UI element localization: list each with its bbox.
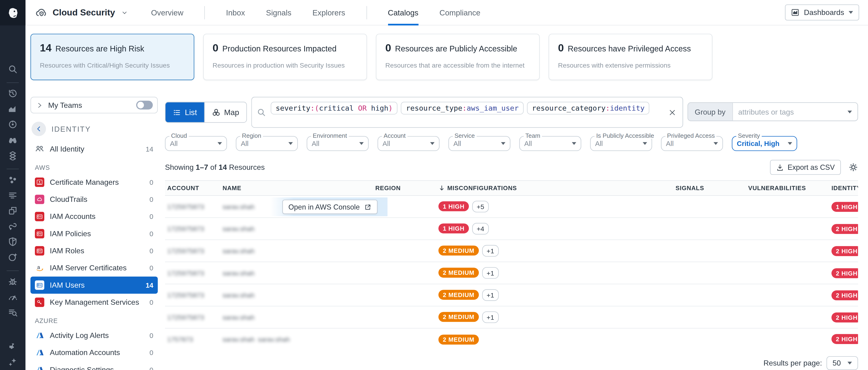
tab-explorers[interactable]: Explorers bbox=[312, 0, 345, 25]
filter-cloud[interactable]: CloudAll bbox=[165, 136, 227, 151]
filter-team[interactable]: TeamAll bbox=[519, 136, 581, 151]
filter-service[interactable]: ServiceAll bbox=[448, 136, 510, 151]
more-misconfigurations-chip: +1 bbox=[482, 245, 499, 257]
summary-card-0[interactable]: 14Resources are High RiskResources with … bbox=[30, 34, 194, 80]
query-chip-0[interactable]: severity:(critical OR high) bbox=[271, 102, 398, 114]
filter-is-publicly-accessible[interactable]: Is Publicly AccessibleAll bbox=[590, 136, 652, 151]
search-icon[interactable] bbox=[8, 64, 18, 74]
product-switcher[interactable]: Cloud Security bbox=[35, 6, 128, 19]
table-row-4[interactable]: 1725975873sarav.shah2 MEDIUM+12 HIGH bbox=[165, 284, 858, 307]
sidebar-item-iam-accounts[interactable]: IAM Accounts0 bbox=[30, 208, 158, 225]
open-in-aws-console-button[interactable]: Open in AWS Console bbox=[282, 200, 377, 214]
export-csv-button[interactable]: Export as CSV bbox=[770, 160, 841, 175]
sidebar-item-cloudtrails[interactable]: CloudTrails0 bbox=[30, 191, 158, 208]
software-catalog-icon[interactable] bbox=[8, 150, 18, 161]
filter-label: Region bbox=[240, 132, 263, 139]
filter-value: All bbox=[595, 140, 643, 147]
siem-icon[interactable] bbox=[8, 252, 18, 262]
tab-signals[interactable]: Signals bbox=[266, 0, 291, 25]
results-per-page-select[interactable]: 50 bbox=[827, 356, 858, 370]
category-header: IDENTITY bbox=[30, 122, 158, 136]
sidebar-item-label: IAM Users bbox=[50, 281, 85, 289]
query-chip-2[interactable]: resource_category:identity bbox=[527, 102, 650, 114]
results-meta-row: Showing 1–7 of 14 Resources Export as CS… bbox=[165, 160, 858, 175]
my-teams-switch[interactable] bbox=[136, 101, 153, 109]
app-builder-icon[interactable] bbox=[8, 206, 18, 216]
tab-catalogs[interactable]: Catalogs bbox=[388, 0, 418, 25]
cell-identity-risks: 2 HIGH+1 bbox=[832, 333, 858, 345]
misconfiguration-badge: 2 MEDIUM bbox=[438, 334, 479, 344]
summary-card-2[interactable]: 0Resources are Publicly AccessibleResour… bbox=[376, 34, 540, 80]
table-row-6[interactable]: 1757873sarav.shahsarav.shah2 MEDIUM2 HIG… bbox=[165, 329, 858, 350]
error-tracking-bug-icon[interactable] bbox=[8, 276, 18, 287]
bits-ai-sparkles-icon[interactable] bbox=[8, 357, 18, 367]
sidebar-item-count: 0 bbox=[150, 196, 153, 203]
table-settings-gear-icon[interactable] bbox=[848, 163, 858, 172]
map-view-button[interactable]: Map bbox=[204, 102, 246, 122]
column-header-region[interactable]: REGION bbox=[375, 185, 438, 191]
redacted-account-id: 1725975873 bbox=[167, 203, 204, 210]
filter-region[interactable]: RegionAll bbox=[236, 136, 298, 151]
sidebar-item-count: 0 bbox=[150, 264, 153, 272]
watchdog-icon[interactable] bbox=[8, 135, 18, 145]
query-chip-1[interactable]: resource_type:aws_iam_user bbox=[401, 102, 524, 114]
tab-overview[interactable]: Overview bbox=[151, 0, 183, 25]
tab-compliance[interactable]: Compliance bbox=[439, 0, 480, 25]
clear-query-icon[interactable] bbox=[669, 108, 676, 119]
group-by-control[interactable]: Group by attributes or tags bbox=[687, 102, 858, 121]
monitors-icon[interactable] bbox=[8, 120, 18, 130]
sidebar-item-key-management-services[interactable]: Key Management Services0 bbox=[30, 294, 158, 311]
filter-account[interactable]: AccountAll bbox=[378, 136, 440, 151]
filter-severity[interactable]: SeverityCritical, High bbox=[732, 136, 797, 151]
more-misconfigurations-chip: +4 bbox=[472, 223, 489, 235]
summary-card-3[interactable]: 0Resources have Privileged AccessResourc… bbox=[549, 34, 713, 80]
recent-history-icon[interactable] bbox=[8, 89, 18, 98]
integrations-puzzle-icon[interactable] bbox=[8, 342, 18, 352]
results-per-page-value: 50 bbox=[833, 359, 841, 367]
table-row-3[interactable]: 1725975873sarav.shah2 MEDIUM+12 HIGH bbox=[165, 262, 858, 284]
filter-value: Critical, High bbox=[737, 140, 788, 147]
column-header-signals[interactable]: SIGNALS bbox=[671, 185, 704, 191]
datadog-logo[interactable] bbox=[0, 0, 26, 26]
table-row-5[interactable]: 1725975873sarav.shah2 MEDIUM+12 HIGH bbox=[165, 306, 858, 329]
column-header-identity-risks[interactable]: IDENTITY RISKS bbox=[832, 185, 858, 191]
sidebar-item-certificate-managers[interactable]: Certificate Managers0 bbox=[30, 174, 158, 191]
sidebar-item-activity-log-alerts[interactable]: Activity Log Alerts0 bbox=[30, 327, 158, 344]
filter-environment[interactable]: EnvironmentAll bbox=[307, 136, 369, 151]
sidebar-item-automation-accounts[interactable]: Automation Accounts0 bbox=[30, 344, 158, 361]
search-toolbar: List Map severity:(critical OR high)reso… bbox=[165, 97, 858, 128]
filter-value: All bbox=[666, 140, 713, 147]
summary-card-1[interactable]: 0Production Resources ImpactedResources … bbox=[203, 34, 367, 80]
column-header-misconfigurations[interactable]: MISCONFIGURATIONS bbox=[438, 185, 671, 191]
query-search-box[interactable]: severity:(critical OR high)resource_type… bbox=[251, 97, 683, 128]
sidebar-item-iam-policies[interactable]: IAM Policies0 bbox=[30, 225, 158, 242]
column-header-account[interactable]: ACCOUNT bbox=[167, 185, 222, 191]
tab-inbox[interactable]: Inbox bbox=[226, 0, 245, 25]
list-view-button[interactable]: List bbox=[165, 102, 204, 122]
table-row-1[interactable]: 1725975873sarav.shah1 HIGH+42 HIGH bbox=[165, 218, 858, 240]
sidebar-item-all-identity[interactable]: All Identity 14 bbox=[30, 141, 158, 158]
synthetics-icon[interactable] bbox=[8, 221, 18, 231]
sidebar-item-iam-users[interactable]: IAM Users14 bbox=[30, 276, 158, 294]
search-icon bbox=[257, 108, 266, 119]
sidebar-item-count: 0 bbox=[150, 349, 153, 357]
logs-icon[interactable] bbox=[8, 190, 18, 200]
sidebar-item-count: 14 bbox=[146, 145, 153, 153]
sidebar-item-iam-server-certificates[interactable]: aIAM Server Certificates0 bbox=[30, 259, 158, 276]
sidebar-item-diagnostic-settings[interactable]: Diagnostic Settings0 bbox=[30, 361, 158, 370]
table-row-0[interactable]: 1725975873sarav.shah1 HIGH+51 HIGHOpen i… bbox=[165, 196, 858, 218]
dashboards-button[interactable]: Dashboards bbox=[785, 4, 859, 21]
back-button[interactable] bbox=[32, 122, 46, 136]
table-row-2[interactable]: 1725975873sarav.shah2 MEDIUM+12 HIGH bbox=[165, 240, 858, 262]
table-header-row: ACCOUNTNAMEREGIONMISCONFIGURATIONSSIGNAL… bbox=[165, 180, 858, 196]
filter-privileged-access[interactable]: Privileged AccessAll bbox=[661, 136, 723, 151]
audit-trail-icon[interactable] bbox=[8, 308, 18, 317]
security-shield-icon[interactable] bbox=[8, 237, 18, 247]
column-header-name[interactable]: NAME bbox=[223, 185, 375, 191]
sidebar-item-iam-roles[interactable]: IAM Roles0 bbox=[30, 242, 158, 259]
my-teams-toggle-row[interactable]: My Teams bbox=[30, 97, 158, 113]
profiling-gauge-icon[interactable] bbox=[8, 292, 18, 302]
column-header-vulnerabilities[interactable]: VULNERABILITIES bbox=[704, 185, 806, 191]
metrics-icon[interactable] bbox=[8, 104, 18, 114]
processes-icon[interactable] bbox=[8, 175, 18, 185]
